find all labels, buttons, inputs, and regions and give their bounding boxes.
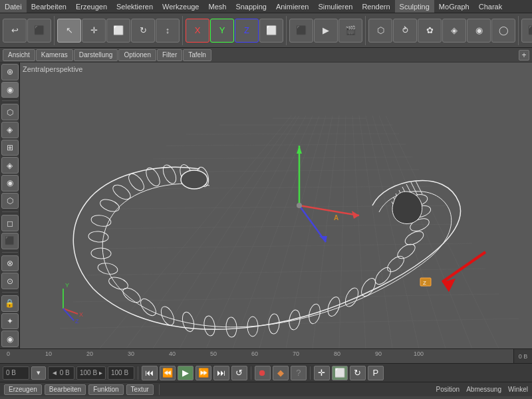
left-btn-2[interactable]: ◉ (1, 82, 19, 98)
frame-button[interactable]: ⬛ (289, 19, 313, 43)
transport-scale[interactable]: ⬜ (332, 366, 348, 380)
axis-y-button[interactable]: Y (210, 19, 234, 43)
left-btn-7[interactable]: ◉ (1, 175, 19, 192)
left-btn-15[interactable]: ◉ (1, 331, 19, 347)
transport-prev-frame[interactable]: ⏪ (160, 366, 176, 380)
axis-z-button[interactable]: Z (235, 19, 259, 43)
transport-record[interactable]: ⏺ (255, 366, 271, 380)
svg-point-57 (138, 296, 159, 318)
svg-point-70 (384, 253, 406, 275)
view-darstellung[interactable]: Darstellung (74, 49, 118, 61)
status-funktion[interactable]: Funktion (88, 384, 123, 395)
toolbar-group-select: ↖ ✛ ⬜ ↻ ↕ (57, 16, 183, 45)
left-btn-14[interactable]: ✦ (1, 313, 19, 330)
left-btn-12[interactable]: ⊙ (1, 273, 19, 289)
undo-button[interactable]: ↩ (3, 19, 27, 43)
menu-simulieren[interactable]: Simulieren (313, 0, 357, 13)
transport-field-4[interactable]: 100 B (108, 366, 134, 380)
view-kameras[interactable]: Kameras (36, 49, 73, 61)
transport-field-1[interactable]: 0 B (3, 366, 29, 380)
left-btn-5[interactable]: ⊞ (1, 140, 19, 156)
transport-rotate[interactable]: ↻ (350, 366, 366, 380)
svg-point-54 (97, 262, 118, 276)
sweep-button[interactable]: ⥁ (393, 19, 417, 43)
transport-loop[interactable]: ↺ (231, 366, 247, 380)
shape3-button[interactable]: ✿ (418, 19, 442, 43)
scale-button[interactable]: ⬜ (106, 19, 130, 43)
select-button[interactable]: ↖ (57, 19, 81, 43)
left-btn-6[interactable]: ◈ (1, 157, 19, 174)
left-btn-10[interactable]: ⬛ (1, 233, 19, 249)
status-textur[interactable]: Textur (126, 384, 154, 395)
view-filter[interactable]: Filter (157, 49, 182, 61)
move-button[interactable]: ✛ (82, 19, 106, 43)
play-button[interactable]: ▶ (314, 19, 338, 43)
menu-bearbeiten[interactable]: Bearbeiten (27, 0, 71, 13)
render-button[interactable]: ⬛ (521, 19, 532, 43)
transport-play[interactable]: ▶ (178, 366, 194, 380)
transport-field-2[interactable]: ◄ 0 B (48, 366, 74, 380)
shape4-button[interactable]: ◈ (442, 19, 466, 43)
menu-charak[interactable]: Charak (474, 0, 507, 13)
transport-move[interactable]: ✛ (314, 366, 330, 380)
menu-snapping[interactable]: Snapping (231, 0, 271, 13)
transport-field-3[interactable]: 100 B ▸ (76, 366, 106, 380)
transport-help[interactable]: ? (291, 366, 307, 380)
transport-next-frame[interactable]: ⏩ (196, 366, 211, 380)
left-sep-2 (2, 211, 18, 212)
menu-selektieren[interactable]: Selektieren (112, 0, 158, 13)
svg-point-58 (158, 305, 176, 327)
axis-all-button[interactable]: ⬜ (259, 19, 283, 43)
svg-line-2 (180, 116, 306, 348)
menu-werkzeuge[interactable]: Werkzeuge (158, 0, 203, 13)
shape5-button[interactable]: ◉ (467, 19, 491, 43)
redo-button[interactable]: ⬛ (27, 19, 51, 43)
rotate-button[interactable]: ↻ (131, 19, 155, 43)
svg-line-18 (73, 294, 499, 302)
timeline-track[interactable]: 0 10 20 30 40 50 60 70 80 90 100 (0, 349, 513, 363)
tick-0: 0 (7, 350, 10, 357)
menu-rendern[interactable]: Rendern (357, 0, 394, 13)
tick-80: 80 (334, 350, 340, 357)
svg-point-48 (126, 171, 147, 193)
left-btn-9[interactable]: ◻ (1, 215, 19, 231)
left-btn-4[interactable]: ◈ (1, 122, 19, 138)
left-btn-3[interactable]: ⬡ (1, 104, 19, 120)
svg-line-85 (442, 252, 485, 282)
view-ansicht[interactable]: Ansicht (3, 49, 35, 61)
transport-keyframe[interactable]: ◆ (273, 366, 289, 380)
menu-sculpting[interactable]: Sculpting (395, 0, 434, 13)
menu-mesh[interactable]: Mesh (203, 0, 231, 13)
svg-point-64 (288, 309, 301, 331)
left-btn-1[interactable]: ⊕ (1, 64, 19, 80)
svg-text:Y: Y (65, 282, 69, 289)
svg-point-73 (408, 216, 431, 233)
menu-mograph[interactable]: MoGraph (434, 0, 474, 13)
viewport[interactable]: Zentralperspektive (20, 63, 532, 348)
transport-dropdown-1[interactable]: ▾ (31, 366, 46, 380)
svg-line-38 (299, 205, 359, 215)
menu-datei[interactable]: Datei (0, 0, 27, 13)
axis-x-button[interactable]: X (186, 19, 209, 43)
left-btn-13[interactable]: 🔒 (1, 295, 19, 312)
transport-extra[interactable]: P (368, 366, 384, 380)
menu-animieren[interactable]: Animieren (271, 0, 314, 13)
tool5-button[interactable]: ↕ (156, 19, 180, 43)
view-add-button[interactable]: + (519, 50, 529, 61)
shape6-button[interactable]: ◯ (491, 19, 515, 43)
view-optionen[interactable]: Optionen (118, 49, 156, 61)
viewport-label: Zentralperspektive (23, 65, 83, 73)
transport-goto-start[interactable]: ⏮ (142, 366, 158, 380)
svg-point-49 (110, 182, 133, 202)
left-btn-8[interactable]: ⬡ (1, 193, 19, 209)
menu-erzeugen[interactable]: Erzeugen (71, 0, 112, 13)
transport-goto-end[interactable]: ⏭ (213, 366, 229, 380)
svg-point-71 (395, 241, 418, 261)
status-section-right: Position Abmessung Winkel (436, 386, 528, 393)
camera-button[interactable]: 🎬 (338, 19, 362, 43)
status-erzeugen[interactable]: Erzeugen (4, 384, 42, 395)
view-tafeln[interactable]: Tafeln (183, 49, 211, 61)
left-btn-11[interactable]: ⊗ (1, 255, 19, 272)
cube-button[interactable]: ⬡ (368, 19, 392, 43)
status-bearbeiten[interactable]: Bearbeiten (45, 384, 86, 395)
